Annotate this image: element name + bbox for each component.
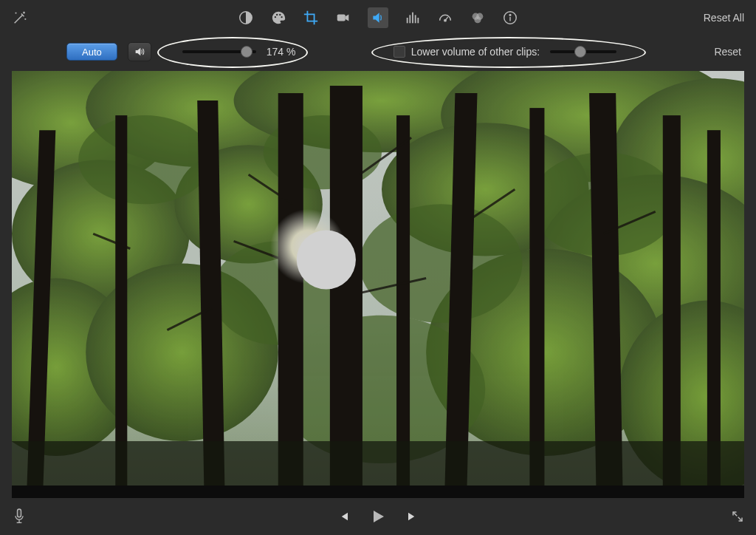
lower-volume-checkbox[interactable]	[394, 46, 405, 58]
reset-all-button[interactable]: Reset All	[704, 12, 744, 24]
svg-point-16	[509, 14, 511, 16]
filters-circles-icon[interactable]	[470, 10, 486, 26]
auto-button[interactable]: Auto	[66, 43, 117, 61]
svg-rect-7	[409, 15, 410, 23]
video-preview[interactable]	[12, 71, 744, 498]
reset-button[interactable]: Reset	[714, 46, 741, 58]
next-frame-button[interactable]	[406, 510, 419, 523]
volume-controls-row: Auto 174 % Lower volume of other clips: …	[0, 35, 756, 68]
magic-wand-icon[interactable]	[12, 10, 28, 26]
svg-point-14	[474, 16, 481, 23]
color-palette-icon[interactable]	[270, 10, 286, 26]
equalizer-bars-icon[interactable]	[405, 10, 421, 26]
microphone-icon[interactable]	[12, 508, 27, 525]
volume-percent-label: 174 %	[267, 46, 302, 58]
svg-point-1	[275, 16, 276, 18]
imovie-inspector: Reset All Auto 174 % Lower volume of oth…	[0, 0, 756, 535]
svg-point-4	[281, 16, 282, 18]
play-button[interactable]	[369, 508, 387, 525]
svg-rect-9	[415, 15, 416, 23]
svg-rect-5	[337, 14, 346, 21]
playback-controls	[337, 508, 419, 525]
inspector-tabs	[238, 0, 518, 35]
mute-toggle-button[interactable]	[128, 42, 151, 61]
svg-rect-8	[412, 13, 413, 24]
svg-rect-6	[407, 18, 408, 23]
color-balance-icon[interactable]	[238, 10, 254, 26]
svg-rect-10	[417, 18, 419, 23]
svg-point-2	[276, 14, 278, 16]
prev-frame-button[interactable]	[337, 510, 350, 523]
speaker-icon[interactable]	[368, 7, 388, 28]
lower-volume-group: Lower volume of other clips:	[377, 41, 633, 62]
preview-area	[0, 68, 756, 498]
camera-icon[interactable]	[335, 10, 351, 26]
transport-bar	[0, 498, 756, 535]
svg-point-3	[279, 14, 281, 16]
svg-point-11	[444, 19, 446, 21]
lower-volume-label: Lower volume of other clips:	[411, 46, 540, 58]
fullscreen-icon[interactable]	[731, 510, 744, 523]
inspector-toolbar: Reset All	[0, 0, 756, 35]
svg-rect-51	[12, 71, 744, 485]
volume-slider-group: 174 %	[162, 41, 323, 62]
lower-volume-slider[interactable]	[550, 50, 616, 53]
crop-icon[interactable]	[303, 10, 319, 26]
speedometer-icon[interactable]	[437, 10, 453, 26]
info-icon[interactable]	[502, 10, 518, 26]
volume-slider[interactable]	[182, 50, 256, 53]
forest-scene	[12, 71, 744, 485]
